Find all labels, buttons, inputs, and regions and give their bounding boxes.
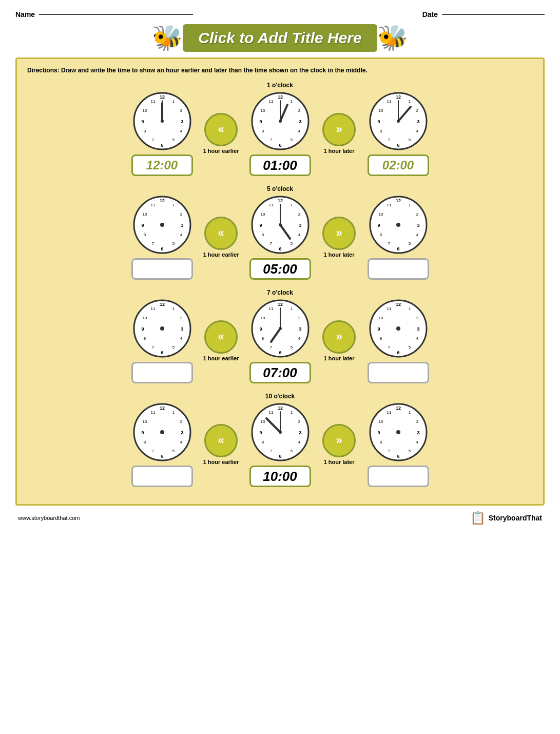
page-title: Click to Add Title Here <box>198 29 361 47</box>
svg-text:7: 7 <box>269 449 272 453</box>
center-clock-3: 12 3 6 9 1 2 4 5 7 8 10 11 <box>249 298 311 359</box>
svg-text:8: 8 <box>379 129 382 133</box>
right-time-box-3[interactable] <box>368 362 429 383</box>
svg-text:6: 6 <box>161 246 163 252</box>
svg-text:9: 9 <box>141 430 144 435</box>
svg-text:2: 2 <box>298 316 300 320</box>
svg-text:1: 1 <box>408 203 411 207</box>
svg-text:1: 1 <box>290 203 293 207</box>
title-bar[interactable]: Click to Add Title Here <box>183 24 377 52</box>
svg-text:6: 6 <box>397 246 399 252</box>
left-arrow-col-3: « 1 hour earlier <box>198 320 244 361</box>
right-clock-2: 12 3 6 9 1 2 4 5 7 8 10 11 <box>368 194 429 256</box>
left-arrow-col-4: « 1 hour earlier <box>198 424 244 465</box>
svg-text:4: 4 <box>298 336 300 341</box>
svg-text:12: 12 <box>395 198 400 203</box>
svg-point-47 <box>397 120 400 123</box>
svg-text:5: 5 <box>408 241 411 246</box>
svg-text:7: 7 <box>269 345 272 350</box>
svg-text:3: 3 <box>299 223 301 228</box>
svg-point-121 <box>279 327 282 330</box>
svg-text:1: 1 <box>290 410 293 415</box>
svg-text:10: 10 <box>260 419 265 424</box>
svg-text:6: 6 <box>397 350 399 355</box>
svg-text:11: 11 <box>387 99 391 104</box>
svg-text:5: 5 <box>172 345 175 350</box>
svg-text:11: 11 <box>387 203 391 207</box>
svg-text:3: 3 <box>181 326 183 332</box>
clock-section-1: 1 o'clock 12 3 6 9 1 2 4 5 7 8 10 <box>27 82 533 176</box>
svg-text:1: 1 <box>172 99 175 104</box>
left-time-box-2[interactable] <box>131 258 193 280</box>
left-arrow-label-3: 1 hour earlier <box>203 355 239 361</box>
left-arrow-icon-1: « <box>204 113 238 146</box>
svg-text:9: 9 <box>259 119 262 124</box>
svg-text:10: 10 <box>260 316 265 320</box>
left-arrow-label-4: 1 hour earlier <box>203 459 239 465</box>
right-arrow-label-1: 1 hour later <box>324 148 355 154</box>
svg-text:1: 1 <box>172 306 175 311</box>
svg-text:4: 4 <box>416 233 418 237</box>
svg-text:1: 1 <box>172 203 175 207</box>
left-arrow-label-1: 1 hour earlier <box>203 148 239 154</box>
clock-section-3: 7 o'clock 12 3 6 9 1 2 4 5 7 8 10 11 <box>27 289 533 383</box>
svg-text:12: 12 <box>395 94 400 100</box>
svg-point-149 <box>160 430 164 434</box>
right-arrow-label-3: 1 hour later <box>324 355 355 361</box>
svg-text:6: 6 <box>279 454 281 459</box>
center-time-box-3: 07:00 <box>249 362 311 383</box>
svg-text:4: 4 <box>298 129 300 133</box>
svg-text:3: 3 <box>299 119 301 124</box>
svg-text:7: 7 <box>269 138 272 142</box>
svg-text:5: 5 <box>290 345 293 350</box>
center-clock-2: 12 3 6 9 1 2 4 5 7 8 10 11 <box>249 194 311 256</box>
svg-text:10: 10 <box>378 108 383 113</box>
svg-text:12: 12 <box>159 94 164 100</box>
left-clock-2: 12 3 6 9 1 2 4 5 7 8 10 11 <box>131 194 193 256</box>
svg-text:3: 3 <box>417 430 419 435</box>
brand-icon: 📋 <box>470 511 486 525</box>
svg-text:11: 11 <box>268 99 273 104</box>
right-time-box-4[interactable] <box>368 466 429 487</box>
bee-left-icon: 🐝 <box>152 24 183 52</box>
svg-text:2: 2 <box>416 316 418 320</box>
svg-text:7: 7 <box>151 241 154 246</box>
clock-section-4: 10 o'clock 12 3 6 9 1 2 4 5 7 8 10 11 <box>27 393 533 487</box>
svg-text:1: 1 <box>290 99 293 104</box>
right-arrow-icon-3: » <box>322 320 356 354</box>
name-label: Name <box>15 10 35 18</box>
svg-text:9: 9 <box>377 119 380 124</box>
svg-text:7: 7 <box>388 449 390 453</box>
svg-text:8: 8 <box>261 129 264 133</box>
svg-text:1: 1 <box>290 306 293 311</box>
center-clock-col-1: 12 3 6 9 1 2 4 5 7 8 10 11 <box>249 90 311 176</box>
main-content: Directions: Draw and write the time to s… <box>15 57 545 506</box>
left-arrow-icon-3: « <box>204 320 238 354</box>
right-time-box-2[interactable] <box>368 258 429 280</box>
svg-text:9: 9 <box>259 326 262 332</box>
svg-text:12: 12 <box>159 198 164 203</box>
svg-text:5: 5 <box>172 449 175 453</box>
svg-text:10: 10 <box>142 108 147 113</box>
bee-right-icon: 🐝 <box>377 24 408 52</box>
left-arrow-col-1: « 1 hour earlier <box>198 113 244 154</box>
right-clock-3: 12 3 6 9 1 2 4 5 7 8 10 11 <box>368 298 429 359</box>
left-arrow-label-2: 1 hour earlier <box>203 252 239 258</box>
left-time-box-4[interactable] <box>131 466 193 487</box>
svg-text:1: 1 <box>408 306 411 311</box>
svg-text:9: 9 <box>141 223 144 228</box>
left-time-box-3[interactable] <box>131 362 193 383</box>
left-clock-col-2: 12 3 6 9 1 2 4 5 7 8 10 11 <box>131 194 193 280</box>
svg-text:4: 4 <box>180 440 182 445</box>
right-arrow-icon-4: » <box>322 424 356 457</box>
svg-text:10: 10 <box>378 419 383 424</box>
right-arrow-col-2: » 1 hour later <box>316 217 362 258</box>
left-clock-3: 12 3 6 9 1 2 4 5 7 8 10 11 <box>131 298 193 359</box>
svg-text:9: 9 <box>141 326 144 332</box>
center-time-box-1: 01:00 <box>249 154 311 176</box>
svg-text:12: 12 <box>277 302 282 307</box>
svg-text:7: 7 <box>151 138 154 142</box>
directions-text: Directions: Draw and write the time to s… <box>27 67 533 74</box>
brand-name: StoryboardThat <box>489 514 542 522</box>
svg-text:7: 7 <box>269 241 272 246</box>
